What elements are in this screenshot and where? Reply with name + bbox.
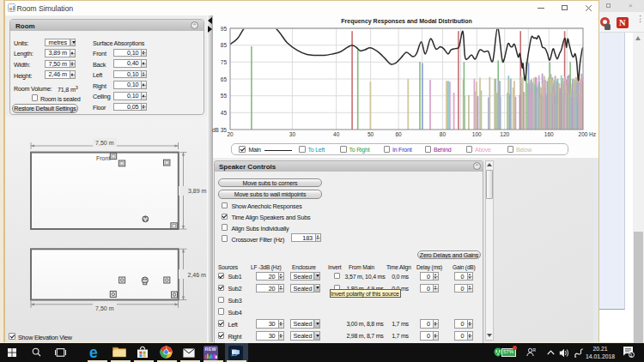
svg-text:30: 30	[289, 131, 296, 137]
svg-text:dB 35: dB 35	[212, 127, 227, 133]
svg-text:55: 55	[221, 93, 228, 99]
svg-text:120: 120	[500, 131, 509, 137]
svg-text:65: 65	[221, 76, 228, 82]
svg-text:85: 85	[221, 42, 228, 48]
svg-text:100: 100	[472, 131, 482, 137]
svg-text:75: 75	[221, 59, 228, 65]
svg-text:95: 95	[221, 26, 228, 32]
svg-text:200: 200	[579, 131, 588, 137]
svg-text:50: 50	[368, 131, 374, 137]
svg-text:40: 40	[333, 131, 340, 137]
svg-text:Hz: Hz	[589, 131, 596, 137]
svg-text:80: 80	[440, 131, 447, 137]
svg-text:45: 45	[221, 110, 228, 116]
svg-text:60: 60	[395, 131, 402, 137]
svg-text:20: 20	[227, 131, 234, 137]
svg-text:160: 160	[544, 131, 554, 137]
svg-text:R: R	[533, 347, 537, 353]
